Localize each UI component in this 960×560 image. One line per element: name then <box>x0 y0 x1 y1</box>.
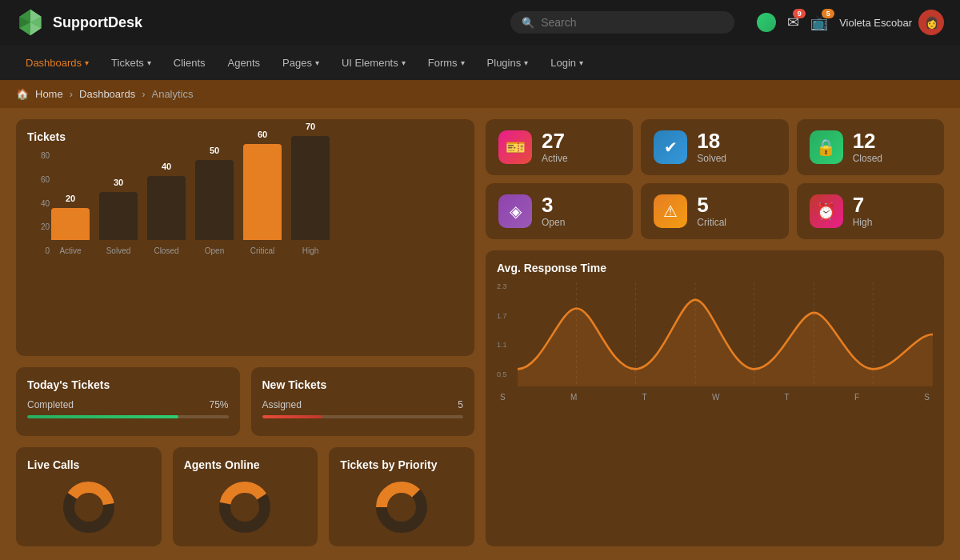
stat-critical: ⚠ 5 Critical <box>641 183 788 239</box>
stat-active-label: Active <box>542 153 568 164</box>
todays-tickets-title: Today's Tickets <box>27 378 229 391</box>
main-content: Tickets 0 20 40 60 80 20 Active <box>0 108 960 558</box>
live-calls-card: Live Calls <box>16 447 162 546</box>
menu-agents[interactable]: Agents <box>218 52 270 74</box>
completed-item: Completed 75% <box>27 399 229 418</box>
stat-critical-num: 5 <box>697 194 726 215</box>
stat-open-num: 3 <box>542 194 565 215</box>
bar-solved: 30 Solved <box>99 192 138 255</box>
stat-closed-num: 12 <box>853 130 882 151</box>
user-area[interactable]: Violeta Escobar 👩 <box>839 10 944 35</box>
stat-closed: 🔒 12 Closed <box>797 119 944 175</box>
nav-icons: ✉ 9 📺 5 Violeta Escobar 👩 <box>757 10 944 35</box>
breadcrumb-home[interactable]: Home <box>35 88 63 100</box>
stat-open: ◈ 3 Open <box>486 183 633 239</box>
menu-bar: Dashboards▾ Tickets▾ Clients Agents Page… <box>0 45 960 80</box>
notif-badge: 5 <box>822 9 834 18</box>
breadcrumb-dashboards[interactable]: Dashboards <box>79 88 135 100</box>
stat-critical-icon: ⚠ <box>654 194 687 228</box>
home-icon: 🏠 <box>16 88 29 100</box>
app-name: SupportDesk <box>53 14 142 31</box>
breadcrumb-current: Analytics <box>151 88 193 100</box>
mail-badge: 9 <box>793 9 806 18</box>
response-chart-wrapper: 0.5 1.1 1.7 2.3 <box>497 282 933 390</box>
bar-active: 20 Active <box>51 208 90 255</box>
assigned-label: Assigned <box>262 399 302 410</box>
stat-high-icon: ⏰ <box>810 194 843 228</box>
assigned-count: 5 <box>458 399 463 410</box>
chart-bars: 20 Active 30 Solved 40 Clos <box>27 151 463 255</box>
completed-pct: 75% <box>209 399 228 410</box>
agents-online-card: Agents Online <box>173 447 318 546</box>
stat-solved: ✔ 18 Solved <box>641 119 788 175</box>
tickets-priority-title: Tickets by Priority <box>340 458 463 471</box>
response-x-labels: S M T W T F S <box>497 393 933 402</box>
menu-clients[interactable]: Clients <box>164 52 215 74</box>
menu-pages[interactable]: Pages▾ <box>273 52 329 74</box>
stat-active: 🎫 27 Active <box>486 119 633 175</box>
assigned-track <box>262 415 464 418</box>
stat-closed-label: Closed <box>853 153 882 164</box>
chart-area: 0 20 40 60 80 20 Active 30 <box>27 151 463 279</box>
live-calls-chart <box>27 479 150 535</box>
stat-open-icon: ◈ <box>498 194 532 228</box>
stat-solved-num: 18 <box>697 130 726 151</box>
response-y-labels: 0.5 1.1 1.7 2.3 <box>497 282 516 378</box>
bar-critical: 60 Critical <box>243 144 282 255</box>
breadcrumb: 🏠 Home › Dashboards › Analytics <box>0 80 960 108</box>
tickets-chart-card: Tickets 0 20 40 60 80 20 Active <box>16 119 474 356</box>
stat-solved-icon: ✔ <box>654 130 687 164</box>
logo-icon <box>16 8 45 37</box>
stat-high: ⏰ 7 High <box>797 183 944 239</box>
menu-tickets[interactable]: Tickets▾ <box>102 52 161 74</box>
top-bar: SupportDesk 🔍 ✉ 9 📺 5 Violeta Escobar 👩 <box>0 0 960 45</box>
response-time-card: Avg. Response Time 0.5 1.1 1.7 2.3 <box>486 250 944 546</box>
todays-tickets-card: Today's Tickets Completed 75% <box>16 367 240 436</box>
menu-plugins[interactable]: Plugins▾ <box>478 52 538 74</box>
menu-forms[interactable]: Forms▾ <box>418 52 474 74</box>
stats-grid: 🎫 27 Active ✔ 18 Solved 🔒 12 Closed <box>486 119 944 239</box>
stat-open-label: Open <box>542 217 565 228</box>
bar-high: 70 High <box>291 136 330 255</box>
stat-high-num: 7 <box>853 194 873 215</box>
search-icon: 🔍 <box>522 17 534 29</box>
bottom-cards: Today's Tickets Completed 75% New Ticket… <box>16 367 474 436</box>
search-input[interactable] <box>541 16 723 29</box>
logo-area: SupportDesk <box>16 8 142 37</box>
y-axis: 0 20 40 60 80 <box>27 151 50 255</box>
completed-label: Completed <box>27 399 74 410</box>
tickets-priority-card: Tickets by Priority <box>329 447 474 546</box>
response-svg <box>518 282 933 386</box>
completed-track <box>27 415 229 418</box>
stat-active-icon: 🎫 <box>498 130 532 164</box>
agents-online-title: Agents Online <box>184 458 307 471</box>
live-calls-title: Live Calls <box>27 458 150 471</box>
agents-online-chart <box>184 479 307 535</box>
stat-critical-label: Critical <box>697 217 726 228</box>
new-tickets-card: New Tickets Assigned 5 <box>251 367 475 436</box>
notification-button[interactable]: 📺 5 <box>810 14 828 31</box>
bottom-row: Live Calls Agents Online <box>16 447 474 546</box>
assigned-item: Assigned 5 <box>262 399 464 418</box>
search-bar[interactable]: 🔍 <box>510 11 734 34</box>
menu-ui-elements[interactable]: UI Elements▾ <box>332 52 415 74</box>
stat-active-num: 27 <box>542 130 568 151</box>
tickets-chart-title: Tickets <box>27 130 463 143</box>
avatar: 👩 <box>918 10 944 35</box>
mail-button[interactable]: ✉ 9 <box>787 14 799 31</box>
stat-closed-icon: 🔒 <box>810 130 843 164</box>
user-name: Violeta Escobar <box>839 17 912 29</box>
right-column: 🎫 27 Active ✔ 18 Solved 🔒 12 Closed <box>486 119 944 546</box>
tickets-priority-chart <box>340 479 463 535</box>
completed-fill <box>27 415 178 418</box>
bar-open: 50 Open <box>195 160 234 255</box>
bar-closed: 40 Closed <box>147 176 186 255</box>
response-time-title: Avg. Response Time <box>497 262 933 274</box>
assigned-fill <box>262 415 322 418</box>
menu-login[interactable]: Login▾ <box>541 52 593 74</box>
menu-dashboards[interactable]: Dashboards▾ <box>16 52 98 74</box>
flag-icon[interactable] <box>757 13 776 32</box>
stat-high-label: High <box>853 217 873 228</box>
left-column: Tickets 0 20 40 60 80 20 Active <box>16 119 474 546</box>
new-tickets-title: New Tickets <box>262 378 464 391</box>
